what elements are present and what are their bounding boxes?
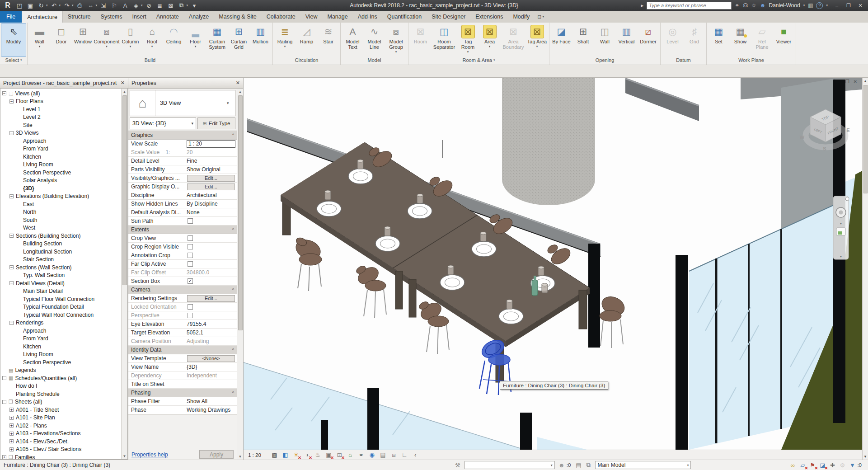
drawing-area[interactable]: W S E TOP LEFT FRONT ▾ ▾	[244, 78, 868, 460]
property-row-annotation-crop[interactable]: Annotation Crop	[128, 251, 237, 260]
sync-icon-caret[interactable]: ▾	[46, 4, 48, 7]
minimize-button[interactable]: –	[831, 1, 843, 10]
section-identity-data[interactable]: Identity Data^	[128, 346, 237, 354]
tree-item-planting-schedule[interactable]: Planting Schedule	[0, 390, 121, 398]
ribbon-button-viewer[interactable]: ■Viewer	[773, 24, 794, 56]
ribbon-button-by-face[interactable]: ◪By Face	[551, 24, 572, 56]
tree-item-views-all[interactable]: −⬚Views (all)	[0, 89, 121, 98]
tab-quantification[interactable]: Quantification	[382, 11, 427, 23]
properties-help-link[interactable]: Properties help	[131, 451, 168, 458]
ribbon-button-modify[interactable]: ⇖Modify	[1, 24, 26, 56]
ribbon-button-ramp[interactable]: ◿Ramp	[296, 24, 317, 56]
property-row-eye-elevation[interactable]: Eye Elevation79155.4	[128, 320, 237, 329]
property-row-parts-visibility[interactable]: Parts VisibilityShow Original	[128, 165, 237, 174]
tree-item-typical-floor-wall-connection[interactable]: Typical Floor Wall Connection	[0, 295, 121, 303]
active-option-icon[interactable]: ⧉	[584, 461, 592, 469]
tree-item-living-room[interactable]: Living Room	[0, 351, 121, 359]
expand-icon[interactable]: +	[9, 447, 14, 451]
apply-button[interactable]: Apply	[199, 450, 234, 459]
editable-only-gear[interactable]: ⚙	[838, 461, 846, 469]
button-rendering-settings[interactable]: Edit...	[187, 295, 235, 302]
property-row-crop-view[interactable]: Crop View	[128, 234, 237, 243]
active-workset-dropdown[interactable]: ▾	[464, 461, 555, 469]
undo-icon-caret[interactable]: ▾	[59, 4, 61, 7]
ribbon-button-level[interactable]: ◎Level	[662, 24, 683, 56]
view-control-bar[interactable]: 1 : 20 ▩◧☀✕◑✕♨▣✕⊡✕⌂⚭◉▤⧈∟‹	[244, 450, 862, 460]
collapse-icon[interactable]: −	[2, 400, 6, 404]
default-3d-view-icon-caret[interactable]: ▾	[141, 4, 143, 7]
property-row-view-template[interactable]: View Template<None>	[128, 354, 237, 363]
property-row-perspective[interactable]: Perspective	[128, 311, 237, 320]
design-option-dropdown[interactable]: Main Model▾	[595, 461, 691, 469]
tab-massing-site[interactable]: Massing & Site	[214, 11, 261, 23]
tree-item-east[interactable]: East	[0, 200, 121, 208]
ribbon-button-mullion[interactable]: ▥Mullion	[250, 24, 271, 56]
redo-icon[interactable]: ↷	[62, 1, 71, 10]
checkbox-section-box[interactable]: ✓	[188, 278, 193, 284]
thin-lines-icon[interactable]: ≣	[155, 1, 164, 10]
tree-item-from-yard[interactable]: From Yard	[0, 145, 121, 153]
reveal-hidden-icon[interactable]: ◉	[368, 451, 376, 459]
tree-item-a103-elevations-sections[interactable]: +A103 - Elevations/Sections	[0, 430, 121, 438]
user-menu-caret-icon[interactable]: ▾	[803, 4, 805, 7]
tree-item-a001-title-sheet[interactable]: +A001 - Title Sheet	[0, 406, 121, 414]
select-pinned-toggle[interactable]: ⚑✕	[808, 461, 816, 469]
tree-item-section-perspective[interactable]: Section Perspective	[0, 169, 121, 177]
properties-scrollbar[interactable]: ▲ ▼	[237, 89, 243, 460]
editable-only-icon[interactable]: ☻	[558, 461, 566, 469]
tree-item-from-yard[interactable]: From Yard	[0, 335, 121, 343]
tree-item-a104-elev-sec-det[interactable]: +A104 - Elev./Sec./Det.	[0, 437, 121, 446]
ribbon-button-door[interactable]: ◻Door	[51, 24, 72, 56]
redo-icon-caret[interactable]: ▾	[72, 4, 74, 7]
tree-item-longitudinal-section[interactable]: Longitudinal Section	[0, 248, 121, 256]
visual-style-icon[interactable]: ◧	[282, 451, 289, 459]
section-collapse-icon[interactable]: ^	[232, 227, 234, 232]
panel-label-build[interactable]: Build	[28, 56, 272, 65]
type-selector[interactable]: ⌂ 3D View ▾	[130, 90, 235, 116]
communication-center-icon[interactable]: ☊	[743, 2, 748, 9]
collapse-icon[interactable]: −	[9, 234, 14, 238]
crop-view-icon[interactable]: ▣✕	[325, 451, 333, 459]
tab-architecture[interactable]: Architecture	[22, 11, 63, 23]
user-avatar-icon[interactable]: ☻	[760, 2, 766, 9]
select-links-toggle[interactable]: ∞	[788, 461, 797, 469]
ribbon-button-component[interactable]: ⧈Component▾	[94, 24, 119, 56]
favorites-icon[interactable]: ☆	[751, 2, 756, 9]
collapse-icon[interactable]: −	[9, 131, 14, 135]
tree-item-kitchen[interactable]: Kitchen	[0, 343, 121, 351]
tree-item-typ-wall-section[interactable]: Typ. Wall Section	[0, 272, 121, 280]
tree-item-renderings[interactable]: −Renderings	[0, 319, 121, 327]
tree-item-west[interactable]: West	[0, 224, 121, 232]
ribbon-button-room-separator[interactable]: ◫Room Separator	[432, 24, 457, 56]
section-graphics[interactable]: Graphics^	[128, 131, 237, 140]
property-row-detail-level[interactable]: Detail LevelFine	[128, 157, 237, 165]
undo-icon[interactable]: ↶	[50, 1, 59, 10]
tree-item-how-do-i[interactable]: How do I	[0, 382, 121, 390]
tree-item-solar-analysis[interactable]: Solar Analysis	[0, 177, 121, 185]
measure-icon[interactable]: ⇔	[86, 1, 95, 10]
sun-path-icon[interactable]: ☀✕	[292, 451, 300, 459]
properties-grid[interactable]: Graphics^View Scale1 : 20Scale Value 1:2…	[128, 131, 237, 414]
locked-orientation-icon[interactable]: ⌂	[347, 451, 354, 459]
navbar-close-icon[interactable]	[845, 197, 849, 201]
property-row-visibility-graphics[interactable]: Visibility/Graphics ...Edit...	[128, 174, 237, 183]
ribbon-button-ceiling[interactable]: ◠Ceiling	[163, 24, 184, 56]
tree-item-approach[interactable]: Approach	[0, 137, 121, 145]
help-menu-caret-icon[interactable]: ▾	[826, 4, 828, 7]
property-row-title-on-sheet[interactable]: Title on Sheet	[128, 380, 237, 389]
drag-on-selection-toggle[interactable]: ✚	[828, 461, 836, 469]
reveal-constraints-icon[interactable]: ∟	[401, 451, 408, 459]
select-by-face-toggle[interactable]: ◪✕	[818, 461, 826, 469]
property-row-far-clip-active[interactable]: Far Clip Active	[128, 260, 237, 268]
ribbon-button-curtain-grid[interactable]: ⊞Curtain Grid	[228, 24, 249, 56]
ribbon-button-window[interactable]: ⊞Window	[72, 24, 94, 56]
ribbon-button-stair[interactable]: ≋Stair	[318, 24, 339, 56]
selection-tool-icon[interactable]: ⊡▾	[537, 11, 544, 23]
expand-icon[interactable]: +	[9, 408, 14, 412]
tree-item-section-perspective[interactable]: Section Perspective	[0, 358, 121, 367]
scroll-thumb[interactable]	[238, 95, 243, 330]
checkbox-perspective[interactable]	[188, 313, 193, 318]
ribbon-button-dormer[interactable]: ⧄Dormer	[638, 24, 659, 56]
property-row-rendering-settings[interactable]: Rendering SettingsEdit...	[128, 294, 237, 303]
checkbox-crop-region-visible[interactable]	[188, 244, 193, 249]
